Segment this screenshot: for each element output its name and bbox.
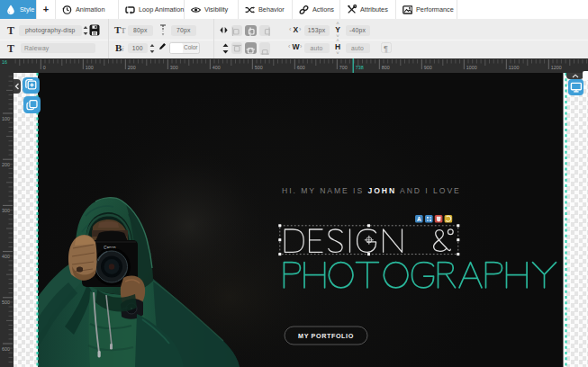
- svg-text:HI. MY NAME IS JOHN AND I LOVE: HI. MY NAME IS JOHN AND I LOVE: [282, 186, 461, 195]
- svg-text:900: 900: [424, 65, 432, 70]
- svg-text:100: 100: [86, 65, 94, 70]
- svg-text:600: 600: [297, 65, 305, 70]
- svg-text:A: A: [417, 216, 421, 222]
- svg-text:400: 400: [213, 65, 221, 70]
- svg-text:738: 738: [356, 65, 364, 70]
- svg-text:MY PORTFOLIO: MY PORTFOLIO: [298, 332, 354, 340]
- svg-text:200: 200: [128, 65, 136, 70]
- svg-text:500: 500: [255, 65, 263, 70]
- svg-text:0: 0: [43, 65, 46, 70]
- svg-text:1000: 1000: [466, 65, 477, 70]
- svg-text:800: 800: [382, 65, 390, 70]
- svg-text:300: 300: [170, 65, 178, 70]
- svg-text:1200: 1200: [551, 65, 562, 70]
- svg-text:700: 700: [339, 65, 348, 70]
- svg-text:1100: 1100: [509, 65, 520, 70]
